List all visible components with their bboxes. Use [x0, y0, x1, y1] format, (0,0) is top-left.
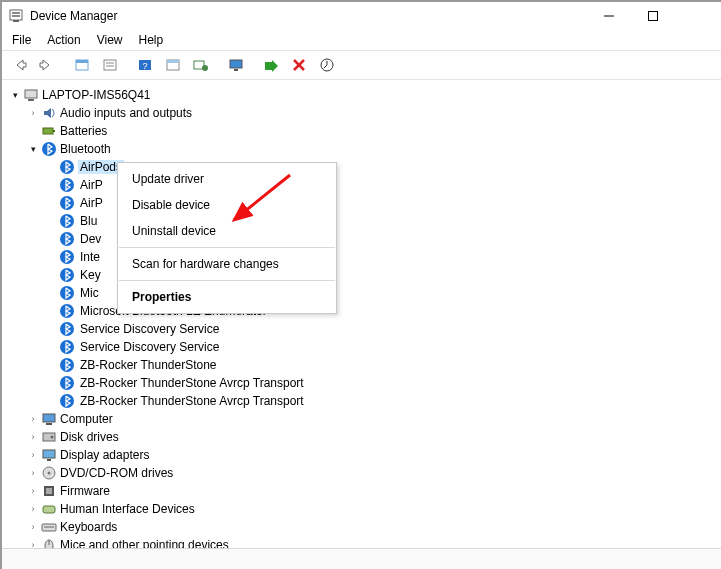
tree-device[interactable]: ZB-Rocker ThunderStone Avrcp Transport: [2, 374, 721, 392]
menu-view[interactable]: View: [89, 31, 131, 49]
expand-icon[interactable]: ›: [26, 412, 40, 426]
svg-point-18: [202, 65, 208, 71]
tree-category-label: Display adapters: [60, 448, 149, 462]
expand-icon: [44, 268, 58, 282]
device-tree[interactable]: ▾ LAPTOP-IMS56Q41 ›Audio inputs and outp…: [2, 80, 721, 549]
svg-rect-16: [167, 60, 179, 63]
svg-rect-28: [53, 130, 55, 132]
svg-rect-25: [25, 90, 37, 98]
find-icon[interactable]: [160, 52, 186, 78]
svg-rect-26: [28, 99, 34, 101]
disable-icon[interactable]: [286, 52, 312, 78]
tree-category[interactable]: ›Human Interface Devices: [2, 500, 721, 518]
svg-rect-21: [265, 62, 272, 70]
show-hidden-icon[interactable]: [69, 52, 95, 78]
tree-category[interactable]: Batteries: [2, 122, 721, 140]
tree-device-label: AirP: [78, 196, 105, 210]
maximize-button[interactable]: [631, 2, 675, 30]
tree-category-label: Bluetooth: [60, 142, 111, 156]
tree-category[interactable]: ▾Bluetooth: [2, 140, 721, 158]
tree-device-label: Service Discovery Service: [78, 340, 221, 354]
tree-device[interactable]: Inte: [2, 248, 721, 266]
display-icon: [41, 447, 57, 463]
toolbar: ?: [2, 51, 721, 80]
context-menu-item[interactable]: Properties: [118, 284, 336, 310]
expand-icon[interactable]: ›: [26, 484, 40, 498]
context-menu-separator: [119, 247, 335, 248]
tree-category-label: Batteries: [60, 124, 107, 138]
expand-icon[interactable]: ›: [26, 430, 40, 444]
tree-category[interactable]: ›Firmware: [2, 482, 721, 500]
svg-rect-45: [46, 423, 52, 425]
help-icon[interactable]: ?: [132, 52, 158, 78]
expand-icon: [44, 178, 58, 192]
tree-device[interactable]: Mic: [2, 284, 721, 302]
tree-category-label: Keyboards: [60, 520, 117, 534]
context-menu-item[interactable]: Scan for hardware changes: [118, 251, 336, 277]
tree-device-label: Mic: [78, 286, 101, 300]
tree-device-label: ZB-Rocker ThunderStone: [78, 358, 219, 372]
tree-device[interactable]: Blu: [2, 212, 721, 230]
tree-category[interactable]: ›Audio inputs and outputs: [2, 104, 721, 122]
tree-category[interactable]: ›Keyboards: [2, 518, 721, 536]
tree-category-label: DVD/CD-ROM drives: [60, 466, 173, 480]
expand-icon[interactable]: ›: [26, 106, 40, 120]
dvd-icon: [41, 465, 57, 481]
tree-root[interactable]: ▾ LAPTOP-IMS56Q41: [2, 86, 721, 104]
tree-device[interactable]: AirP: [2, 194, 721, 212]
svg-rect-10: [104, 60, 116, 70]
svg-rect-54: [43, 506, 55, 513]
bluetooth-icon: [59, 195, 75, 211]
tree-device[interactable]: Key: [2, 266, 721, 284]
back-icon[interactable]: [6, 52, 32, 78]
tree-device-label: ZB-Rocker ThunderStone Avrcp Transport: [78, 376, 306, 390]
menu-action[interactable]: Action: [39, 31, 88, 49]
tree-device[interactable]: AirPods: [2, 158, 721, 176]
tree-category[interactable]: ›Disk drives: [2, 428, 721, 446]
svg-rect-2: [12, 15, 20, 17]
properties-icon[interactable]: [97, 52, 123, 78]
tree-category[interactable]: ›DVD/CD-ROM drives: [2, 464, 721, 482]
tree-device[interactable]: Microsoft Bluetooth LE Enumerator: [2, 302, 721, 320]
expand-icon[interactable]: ›: [26, 466, 40, 480]
menu-bar: File Action View Help: [2, 30, 721, 51]
expand-icon[interactable]: ›: [26, 520, 40, 534]
expand-icon: [44, 304, 58, 318]
expand-icon[interactable]: ›: [26, 502, 40, 516]
monitor-icon[interactable]: [223, 52, 249, 78]
events-icon[interactable]: [314, 52, 340, 78]
expand-icon: [44, 340, 58, 354]
expand-icon[interactable]: ▾: [26, 142, 40, 156]
tree-category-label: Firmware: [60, 484, 110, 498]
minimize-button[interactable]: [587, 2, 631, 30]
bluetooth-icon: [41, 141, 57, 157]
context-menu-separator: [119, 280, 335, 281]
tree-device[interactable]: AirP: [2, 176, 721, 194]
tree-category[interactable]: ›Display adapters: [2, 446, 721, 464]
menu-help[interactable]: Help: [131, 31, 172, 49]
menu-file[interactable]: File: [4, 31, 39, 49]
status-bar: [2, 548, 721, 569]
tree-device[interactable]: ZB-Rocker ThunderStone Avrcp Transport: [2, 392, 721, 410]
bluetooth-icon: [59, 393, 75, 409]
bluetooth-icon: [59, 249, 75, 265]
tree-device[interactable]: Dev: [2, 230, 721, 248]
action-center-icon[interactable]: [188, 52, 214, 78]
expand-icon[interactable]: ▾: [8, 88, 22, 102]
expand-icon[interactable]: [26, 124, 40, 138]
svg-rect-3: [13, 20, 19, 22]
tree-device[interactable]: Service Discovery Service: [2, 338, 721, 356]
forward-icon[interactable]: [34, 52, 60, 78]
tree-category[interactable]: ›Computer: [2, 410, 721, 428]
expand-icon[interactable]: ›: [26, 448, 40, 462]
tree-device[interactable]: Service Discovery Service: [2, 320, 721, 338]
enable-icon[interactable]: [258, 52, 284, 78]
expand-icon: [44, 214, 58, 228]
firmware-icon: [41, 483, 57, 499]
tree-category-label: Computer: [60, 412, 113, 426]
svg-line-59: [234, 175, 290, 220]
tree-device[interactable]: ZB-Rocker ThunderStone: [2, 356, 721, 374]
svg-point-47: [51, 436, 54, 439]
expand-icon: [44, 358, 58, 372]
window-title: Device Manager: [30, 9, 587, 23]
